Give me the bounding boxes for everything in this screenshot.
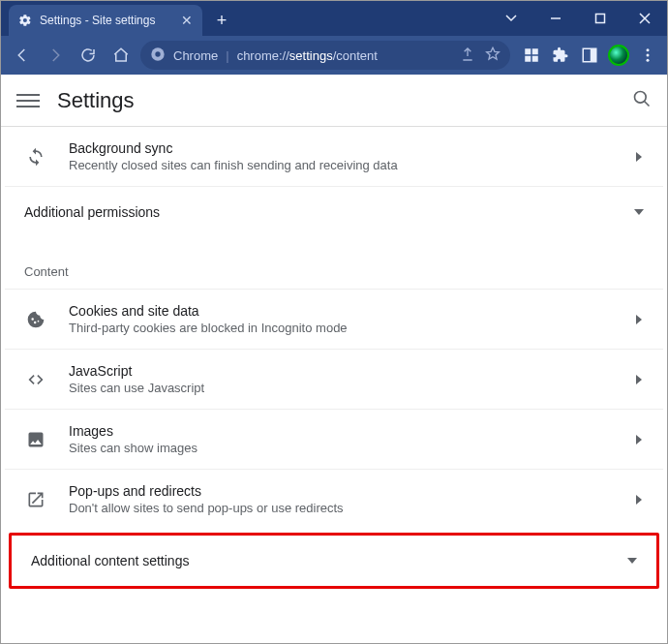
forward-button[interactable] <box>42 42 69 69</box>
maximize-button[interactable] <box>578 1 622 36</box>
address-bar[interactable]: Chrome | chrome://settings/content <box>140 41 510 70</box>
svg-rect-6 <box>525 56 531 62</box>
profile-avatar[interactable] <box>607 44 630 67</box>
close-window-button[interactable] <box>622 1 667 36</box>
settings-content-scroll[interactable]: Background sync Recently closed sites ca… <box>1 127 667 643</box>
chevron-down-icon <box>634 204 644 220</box>
svg-rect-7 <box>532 56 538 62</box>
settings-header: Settings <box>1 75 667 127</box>
window-titlebar: Settings - Site settings ✕ + <box>1 1 667 36</box>
close-tab-icon[interactable]: ✕ <box>181 13 193 28</box>
page-title: Settings <box>57 88 135 113</box>
chevron-right-icon <box>634 311 644 328</box>
svg-rect-5 <box>532 48 538 54</box>
row-title: Background sync <box>69 140 634 156</box>
gear-icon <box>18 14 32 27</box>
bookmark-star-icon[interactable] <box>485 46 501 65</box>
chevron-right-icon <box>634 148 644 166</box>
row-additional-permissions[interactable]: Additional permissions <box>5 186 663 237</box>
row-title: Images <box>69 423 634 439</box>
row-title: JavaScript <box>69 363 634 379</box>
section-content-label: Content <box>5 237 663 289</box>
code-icon <box>24 368 47 391</box>
svg-point-12 <box>647 59 650 62</box>
reload-button[interactable] <box>75 42 102 69</box>
chrome-logo-icon <box>150 46 166 65</box>
row-background-sync[interactable]: Background sync Recently closed sites ca… <box>5 127 663 186</box>
row-cookies[interactable]: Cookies and site data Third-party cookie… <box>5 289 663 349</box>
row-images[interactable]: Images Sites can show images <box>5 409 663 469</box>
image-icon <box>24 428 47 451</box>
window-dropdown-icon[interactable] <box>489 1 533 36</box>
row-popups[interactable]: Pop-ups and redirects Don't allow sites … <box>5 469 663 529</box>
highlight-box: Additional content settings <box>9 533 659 589</box>
extension-collections-icon[interactable] <box>520 44 543 67</box>
row-title: Cookies and site data <box>69 303 634 319</box>
back-button[interactable] <box>9 42 36 69</box>
svg-point-3 <box>155 51 160 56</box>
row-subtitle: Sites can show images <box>69 441 634 455</box>
browser-tab[interactable]: Settings - Site settings ✕ <box>9 5 202 36</box>
cookie-icon <box>24 308 47 331</box>
svg-rect-4 <box>525 48 531 54</box>
extension-icons <box>516 44 659 67</box>
row-javascript[interactable]: JavaScript Sites can use Javascript <box>5 349 663 409</box>
hamburger-menu-icon[interactable] <box>16 89 40 112</box>
svg-line-14 <box>645 101 650 106</box>
row-title: Additional permissions <box>24 204 160 220</box>
chevron-down-icon <box>627 553 637 568</box>
tab-title: Settings - Site settings <box>40 14 155 27</box>
browser-toolbar: Chrome | chrome://settings/content <box>1 36 667 75</box>
minimize-button[interactable] <box>533 1 578 36</box>
row-subtitle: Don't allow sites to send pop-ups or use… <box>69 501 634 515</box>
chevron-right-icon <box>634 371 644 388</box>
svg-point-13 <box>635 91 647 103</box>
row-title: Additional content settings <box>31 553 189 568</box>
svg-rect-9 <box>591 48 596 62</box>
extensions-puzzle-icon[interactable] <box>549 44 572 67</box>
row-title: Pop-ups and redirects <box>69 483 634 499</box>
row-subtitle: Sites can use Javascript <box>69 381 634 395</box>
svg-rect-1 <box>596 15 605 23</box>
chevron-right-icon <box>634 491 644 508</box>
row-additional-content-settings[interactable]: Additional content settings <box>12 536 656 586</box>
window-controls <box>489 1 667 36</box>
sync-icon <box>24 145 47 169</box>
svg-point-10 <box>647 48 650 51</box>
share-icon[interactable] <box>460 46 475 65</box>
search-settings-button[interactable] <box>632 89 652 112</box>
popup-icon <box>24 488 47 511</box>
home-button[interactable] <box>107 42 135 69</box>
row-subtitle: Third-party cookies are blocked in Incog… <box>69 321 634 335</box>
url-host-label: Chrome <box>173 48 218 63</box>
svg-point-11 <box>647 54 650 57</box>
kebab-menu-icon[interactable] <box>636 44 659 67</box>
row-subtitle: Recently closed sites can finish sending… <box>69 158 634 172</box>
new-tab-button[interactable]: + <box>208 7 235 34</box>
side-panel-icon[interactable] <box>578 44 601 67</box>
chevron-right-icon <box>634 431 644 448</box>
